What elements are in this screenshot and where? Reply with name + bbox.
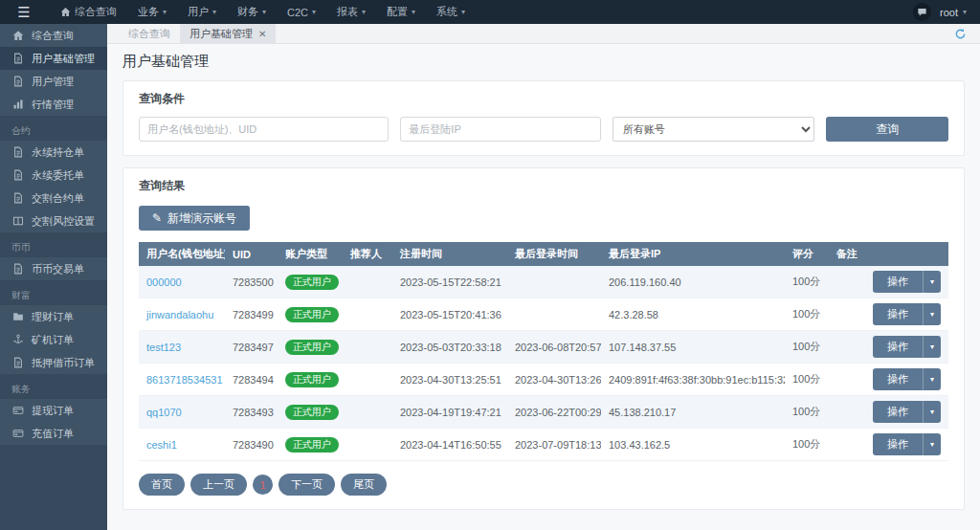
last-login-ip-cell: 107.148.37.55 — [601, 331, 785, 364]
pagination-button-4[interactable]: 尾页 — [341, 474, 387, 496]
nav-item-3[interactable]: 财务▾ — [227, 0, 277, 24]
sidebar-item-3-1[interactable]: 矿机订单 — [0, 328, 107, 351]
top-navbar: ☰ 综合查询业务▾用户▾财务▾C2C▾报表▾配置▾系统▾ root ▾ — [0, 0, 980, 24]
referrer-cell — [343, 364, 392, 396]
last-login-ip-input[interactable] — [400, 117, 601, 142]
row-action-button[interactable]: 操作▾ — [873, 433, 941, 455]
note-cell — [829, 331, 865, 364]
pagination-button-3[interactable]: 下一页 — [278, 474, 335, 496]
add-demo-account-label: 新增演示账号 — [167, 210, 236, 227]
sidebar-section-label-3: 财富 — [0, 280, 107, 305]
sidebar-item-label: 用户基础管理 — [32, 52, 95, 66]
user-link[interactable]: qq1070 — [139, 396, 225, 429]
sidebar-item-3-0[interactable]: 理财订单 — [0, 305, 107, 328]
uid-cell: 7283493 — [225, 396, 278, 429]
nav-item-1[interactable]: 业务▾ — [127, 0, 177, 24]
nav-item-6[interactable]: 配置▾ — [376, 0, 426, 24]
pagination-button-1[interactable]: 上一页 — [190, 474, 247, 496]
content: 用户基础管理 查询条件 所有账号 查询 查询结果 ✎ 新增演示账号 — [107, 44, 980, 530]
sidebar-item-0-1[interactable]: 用户基础管理 — [0, 47, 107, 70]
account-type-badge: 正式用户 — [285, 405, 339, 420]
account-type-cell: 正式用户 — [278, 266, 343, 298]
account-type-badge: 正式用户 — [285, 307, 339, 322]
table-row-5: ceshi17283490正式用户2023-04-14T16:50:552023… — [139, 429, 948, 461]
sidebar-item-0-0[interactable]: 综合查询 — [0, 24, 107, 47]
chevron-down-icon[interactable]: ▾ — [923, 433, 941, 455]
tab-overview[interactable]: 综合查询 — [119, 24, 180, 44]
last-login-ip-cell: 206.119.160.40 — [601, 266, 785, 298]
action-cell: 操作▾ — [865, 396, 948, 429]
row-action-button[interactable]: 操作▾ — [873, 368, 941, 390]
score-cell: 100分 — [785, 298, 829, 331]
navbar-right: root ▾ — [913, 3, 980, 21]
nav-item-4[interactable]: C2C▾ — [277, 0, 326, 24]
sidebar: 综合查询用户基础管理用户管理行情管理合约永续持仓单永续委托单交割合约单交割风控设… — [0, 24, 107, 530]
user-menu[interactable]: root ▾ — [940, 7, 967, 18]
sidebar-item-1-3[interactable]: 交割风控设置 — [0, 210, 107, 232]
action-cell: 操作▾ — [865, 429, 948, 461]
chevron-down-icon: ▾ — [412, 8, 415, 16]
pagination-button-0[interactable]: 首页 — [139, 474, 185, 496]
account-type-select[interactable]: 所有账号 — [612, 117, 814, 142]
sidebar-item-label: 矿机订单 — [32, 333, 74, 347]
nav-item-label: 业务 — [138, 5, 159, 19]
user-link[interactable]: 8613718534531 — [139, 364, 225, 396]
sidebar-item-1-0[interactable]: 永续持仓单 — [0, 141, 107, 164]
close-icon[interactable]: ✕ — [258, 29, 266, 39]
sidebar-item-1-2[interactable]: 交割合约单 — [0, 187, 107, 210]
chevron-down-icon[interactable]: ▾ — [923, 336, 941, 358]
user-link[interactable]: 000000 — [139, 266, 225, 298]
nav-item-5[interactable]: 报表▾ — [326, 0, 376, 24]
sidebar-item-2-0[interactable]: 币币交易单 — [0, 257, 107, 280]
chevron-down-icon[interactable]: ▾ — [923, 401, 941, 423]
chevron-down-icon[interactable]: ▾ — [923, 303, 941, 325]
chevron-down-icon: ▾ — [461, 8, 465, 16]
last-login-ip-cell: 2409:891f:4f63:38f:30bb:91ec:b115:32bd — [601, 364, 785, 396]
nav-item-label: 综合查询 — [75, 5, 117, 19]
sidebar-item-0-2[interactable]: 用户管理 — [0, 70, 107, 93]
row-action-label: 操作 — [873, 303, 923, 325]
row-action-button[interactable]: 操作▾ — [873, 303, 941, 325]
row-action-label: 操作 — [873, 433, 923, 455]
tab-label: 综合查询 — [128, 27, 170, 41]
hamburger-menu-icon[interactable]: ☰ — [8, 0, 40, 24]
chevron-down-icon[interactable]: ▾ — [923, 368, 941, 390]
refresh-icon[interactable] — [954, 28, 967, 40]
search-button[interactable]: 查询 — [826, 117, 948, 142]
action-cell: 操作▾ — [865, 364, 948, 396]
row-action-button[interactable]: 操作▾ — [873, 271, 941, 293]
row-action-label: 操作 — [873, 336, 923, 358]
tab-user-base-management[interactable]: 用户基础管理 ✕ — [180, 24, 276, 44]
action-cell: 操作▾ — [865, 266, 948, 298]
row-action-button[interactable]: 操作▾ — [873, 401, 941, 423]
user-link[interactable]: ceshi1 — [139, 429, 225, 461]
referrer-cell — [343, 266, 392, 298]
table-row-3: 86137185345317283494正式用户2023-04-30T13:25… — [139, 364, 948, 396]
sidebar-group-1: 永续持仓单永续委托单交割合约单交割风控设置 — [0, 141, 107, 232]
last-login-time-cell — [507, 266, 601, 298]
sidebar-item-1-1[interactable]: 永续委托单 — [0, 164, 107, 187]
chevron-down-icon[interactable]: ▾ — [923, 271, 941, 293]
nav-item-label: 报表 — [337, 5, 358, 19]
sidebar-item-4-0[interactable]: 提现订单 — [0, 399, 107, 422]
nav-item-2[interactable]: 用户▾ — [177, 0, 227, 24]
username-search-input[interactable] — [139, 117, 389, 142]
user-link[interactable]: jinwandalaohu — [139, 298, 225, 331]
sidebar-item-4-1[interactable]: 充值订单 — [0, 422, 107, 445]
account-type-badge: 正式用户 — [285, 275, 339, 290]
row-action-button[interactable]: 操作▾ — [873, 336, 941, 358]
nav-item-7[interactable]: 系统▾ — [426, 0, 476, 24]
account-type-badge: 正式用户 — [285, 340, 339, 355]
nav-item-0[interactable]: 综合查询 — [50, 0, 127, 24]
query-panel-heading: 查询条件 — [139, 91, 948, 107]
pagination-current-page[interactable]: 1 — [253, 475, 273, 495]
note-cell — [829, 396, 865, 429]
sidebar-item-0-3[interactable]: 行情管理 — [0, 93, 107, 116]
last-login-time-cell: 2023-06-22T00:29:13 — [507, 396, 601, 429]
sidebar-item-3-2[interactable]: 抵押借币订单 — [0, 351, 107, 374]
add-demo-account-button[interactable]: ✎ 新增演示账号 — [139, 206, 250, 231]
chat-icon[interactable] — [913, 3, 931, 21]
account-type-cell: 正式用户 — [278, 298, 343, 331]
user-link[interactable]: test123 — [139, 331, 225, 364]
pencil-icon: ✎ — [152, 211, 162, 225]
